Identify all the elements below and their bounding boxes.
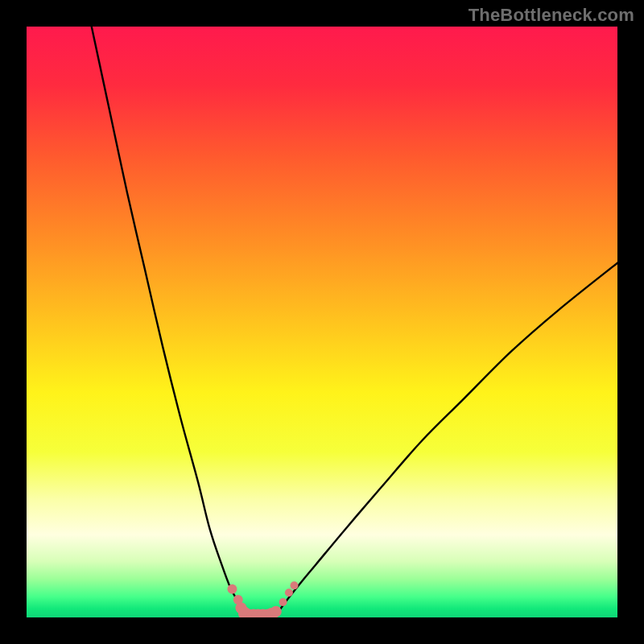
marker-dot xyxy=(291,581,299,589)
gradient-background xyxy=(27,27,617,617)
chart-frame: TheBottleneck.com xyxy=(0,0,644,644)
marker-dot xyxy=(270,606,282,617)
plot-svg xyxy=(27,27,617,617)
marker-dot xyxy=(285,588,293,597)
watermark-text: TheBottleneck.com xyxy=(469,5,634,26)
marker-dot xyxy=(227,584,237,594)
plot-area xyxy=(27,27,617,617)
marker-dot xyxy=(279,598,287,606)
